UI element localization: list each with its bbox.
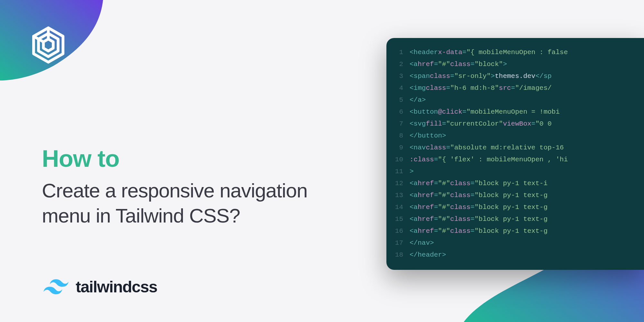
brand-logo-icon [31, 26, 66, 66]
kicker-text: How to [42, 145, 308, 172]
tailwindcss-logo: tailwindcss [43, 278, 157, 296]
tailwindcss-label: tailwindcss [76, 278, 157, 296]
title-text: Create a responsive navigation menu in T… [42, 178, 308, 228]
tailwindcss-icon [43, 279, 69, 295]
headline-block: How to Create a responsive navigation me… [42, 145, 308, 228]
code-snippet-card: 1<header x-data="{ mobileMenuOpen : fals… [386, 38, 644, 270]
